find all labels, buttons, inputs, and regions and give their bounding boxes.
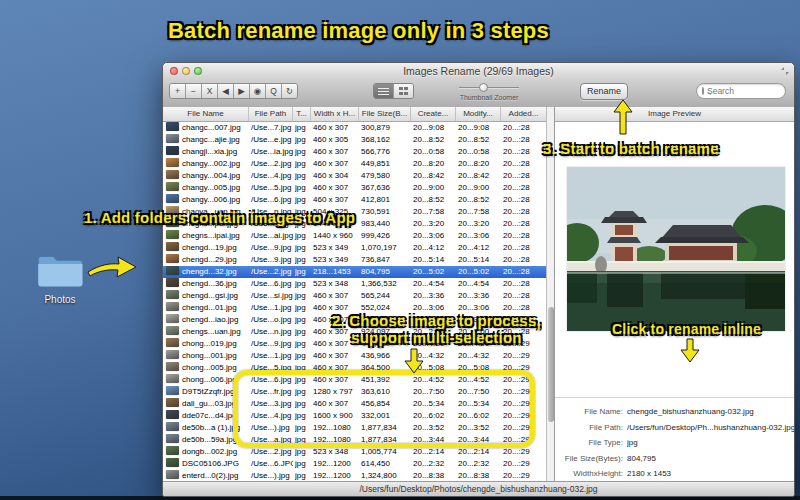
zoomer-label: Thumbnail Zoomer [459,94,519,101]
column-header-modify[interactable]: Modify... [456,107,501,121]
table-scrollbar[interactable] [546,107,554,482]
cell-create: 20...8:52 [411,134,456,146]
rename-inline-annotation: Click to rename inline [612,321,761,337]
cell-create: 20...7:58 [411,206,456,218]
table-row[interactable]: changc...007.jpg/Use...7.jpgjpg460 x 307… [163,122,546,134]
cell-path: /Use...2.jpg [249,158,293,170]
field-value: 2180 x 1453 [627,469,794,478]
cell-path: /Use...e.jpg [249,134,293,146]
table-row[interactable]: DSC05106.JPG/Use...6.JPGjpg192...1200614… [163,458,546,470]
cell-added: 20...:28 [501,290,546,302]
cell-size: 367,636 [359,182,411,194]
cell-create: 20...5:14 [411,254,456,266]
list-view-button[interactable] [374,84,393,98]
delete-button[interactable]: X [202,84,218,98]
table-row[interactable]: changy...005.jpg/Use...5.jpgjpg460 x 307… [163,182,546,194]
column-header-create[interactable]: Create... [411,107,456,121]
cell-modify: 20...8:20 [456,158,501,170]
file-thumbnail [166,422,179,431]
photos-folder[interactable]: Photos [36,252,84,314]
file-thumbnail [166,182,179,191]
table-row[interactable]: changy...002.jpg/Use...2.jpgjpg460 x 307… [163,158,546,170]
search-field [696,83,786,99]
magnifier-button[interactable]: Q [266,84,282,98]
cell-modify: 20...8:52 [456,134,501,146]
cell-name: chengd...32.jpg [163,266,249,278]
table-row[interactable]: changji...xia.jpg/Use...ia.jpgjpg460 x 3… [163,146,546,158]
cell-name: changy...006.jpg [163,194,249,206]
cell-create: 20...8:42 [411,170,456,182]
title-bar[interactable]: Images Rename (29/69 Images) [163,63,794,80]
previous-button[interactable]: ◀ [218,84,234,98]
table-row[interactable]: chegns...ipai.jpg/Use...ai.jpgjpg1440 x … [163,230,546,242]
cell-size: 999,426 [359,230,411,242]
cell-path: /Use...9.jpg [249,338,293,350]
table-row[interactable]: changy...004.jpg/Use...4.jpgjpg460 x 304… [163,170,546,182]
column-header-dims[interactable]: Width x H... [311,107,359,121]
column-header-name[interactable]: File Name [163,107,249,121]
cell-added: 20...:28 [501,170,546,182]
cell-create: 20...3:36 [411,290,456,302]
zoomer-slider-knob[interactable] [479,83,488,92]
cell-type: jpg [293,242,311,254]
file-thumbnail [166,242,179,251]
file-thumbnail [166,146,179,155]
grid-view-button[interactable] [393,84,413,98]
file-thumbnail [166,470,179,479]
cell-type: jpg [293,290,311,302]
cell-name: chengs...uan.jpg [163,326,249,338]
status-bar: /Users/fun/Desktop/Photos/chengde_bishus… [163,481,794,496]
preview-button[interactable]: ◉ [250,84,266,98]
cell-type: jpg [293,350,311,362]
table-row[interactable]: changc...ajie.jpg/Use...e.jpgjpg460 x 30… [163,134,546,146]
cell-size: 614,450 [359,458,411,470]
table-row[interactable]: chengd...29.jpg/Use...9.jpgjpg523 x 3497… [163,254,546,266]
remove-button[interactable]: − [186,84,202,98]
cell-added: 20...:29 [501,350,546,362]
folder-label: Photos [36,294,84,305]
cell-type: jpg [293,194,311,206]
column-header-added[interactable]: Added... [501,107,546,121]
step2-annotation: 2. Choose image to process, support mult… [332,312,541,346]
cell-path: /Use...ai.jpg [249,230,293,242]
resize-icon[interactable] [781,67,789,75]
cell-name: changc...ajie.jpg [163,134,249,146]
table-row[interactable]: chengd...32.jpg/Use...2.jpgjpg218...1453… [163,266,546,278]
table-row[interactable]: chengd...19.jpg/Use...9.jpgjpg523 x 3491… [163,242,546,254]
column-header-size[interactable]: File Size(B... [359,107,411,121]
cell-path: /Use...9.jpg [249,242,293,254]
cell-create: 20...3:06 [411,230,456,242]
cell-path: /Use...n.jpg [249,326,293,338]
cell-modify: 20...4:54 [456,278,501,290]
column-header-path[interactable]: File Path [249,107,293,121]
cell-type: jpg [293,266,311,278]
cell-path: /Use...1.jpg [249,302,293,314]
cell-create: 20...8:52 [411,194,456,206]
step3-arrow-icon [613,99,633,135]
cell-dims: 460 x 307 [311,182,359,194]
table-row[interactable]: chengd...36.jpg/Use...6.jpgjpg523 x 3481… [163,278,546,290]
folder-icon [36,252,84,288]
field-label: File Path: [555,423,623,432]
cell-dims: 460 x 307 [311,290,359,302]
field-value[interactable]: chengde_bishushanzhuang-032.jpg [627,407,794,416]
cell-dims: 460 x 307 [311,194,359,206]
cell-modify: 20...9:00 [456,182,501,194]
add-button[interactable]: + [170,84,186,98]
cell-dims: 460 x 304 [311,170,359,182]
table-row[interactable]: chong...001.jpg/Use...1.jpgjpg460 x 3074… [163,350,546,362]
search-input[interactable] [704,86,800,96]
cell-size: 565,244 [359,290,411,302]
cell-type: jpg [293,326,311,338]
column-header-type[interactable]: T... [293,107,311,121]
rename-button[interactable]: Rename [580,83,628,100]
next-button[interactable]: ▶ [234,84,250,98]
cell-added: 20...:28 [501,218,546,230]
table-row[interactable]: changy...006.jpg/Use...6.jpgjpg460 x 307… [163,194,546,206]
cell-added: 20...:28 [501,254,546,266]
cell-type: jpg [293,278,311,290]
refresh-button[interactable]: ↻ [282,84,297,98]
zoomer-slider-track[interactable] [459,87,519,89]
table-row[interactable]: chengd...gsi.jpg/Use...si.jpgjpg460 x 30… [163,290,546,302]
cell-name: chong...001.jpg [163,350,249,362]
